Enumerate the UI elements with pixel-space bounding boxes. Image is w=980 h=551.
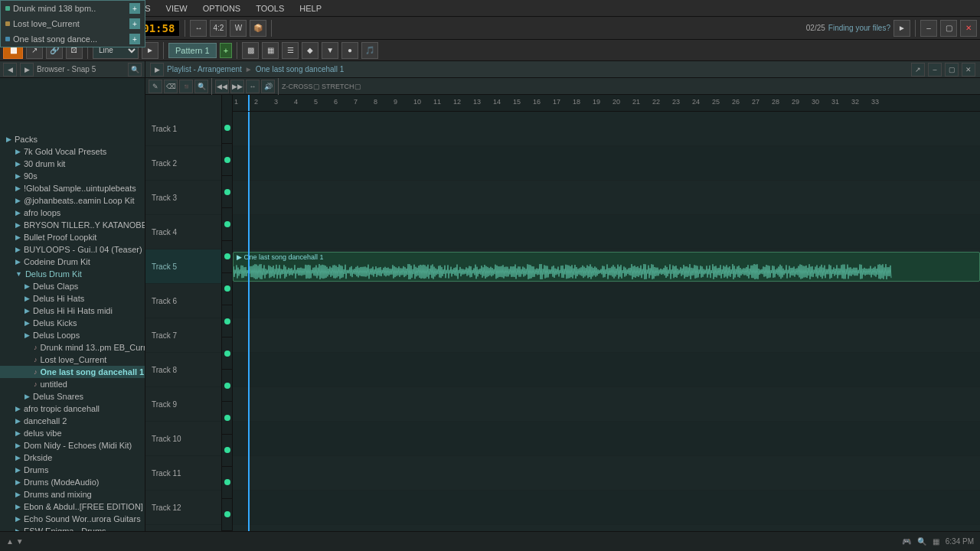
rec-btn2[interactable]: ● xyxy=(341,42,358,59)
tree-item[interactable]: ▶Delus Snares xyxy=(0,390,145,403)
mode-btn1[interactable]: 4:2 xyxy=(210,20,227,37)
playlist-snap-btn[interactable]: ↔ xyxy=(246,80,260,93)
mixer-btn[interactable]: ▦ xyxy=(262,42,279,59)
track-label: Track 10 xyxy=(145,422,221,456)
tree-item[interactable]: ▼Delus Drum Kit xyxy=(0,268,145,280)
playlist-erase-btn[interactable]: ⌫ xyxy=(164,80,178,93)
browser-btn2[interactable]: ☰ xyxy=(282,42,299,59)
playlist-max-btn[interactable]: ▢ xyxy=(945,63,959,77)
find-next-button[interactable]: ► xyxy=(893,20,910,37)
tree-item[interactable]: ▶afro loops xyxy=(0,207,145,219)
tree-item[interactable]: ▶Codeine Drum Kit xyxy=(0,256,145,268)
minimize-button[interactable]: – xyxy=(920,20,937,37)
track-row[interactable] xyxy=(233,318,980,353)
tree-item[interactable]: ▶Delus Kicks xyxy=(0,317,145,329)
tree-item-label: BUYLOOPS - Gui..l 04 (Teaser) xyxy=(24,245,142,254)
track-row[interactable] xyxy=(233,491,980,525)
menu-options[interactable]: OPTIONS xyxy=(200,2,244,15)
tree-item[interactable]: ▶Delus Hi Hats xyxy=(0,292,145,305)
playlist-fwd-btn[interactable]: ▶▶ xyxy=(230,80,244,93)
tree-item[interactable]: ▶BRYSON TILLER..Y KATANOBEAT xyxy=(0,219,145,231)
pattern-selector[interactable]: Pattern 1 xyxy=(168,43,217,58)
snap-button[interactable]: ↔ xyxy=(190,20,207,37)
tree-item[interactable]: ▶Ebon & Abdul..[FREE EDITION] xyxy=(0,500,145,513)
menu-help[interactable]: HELP xyxy=(296,2,325,15)
mode-btn3[interactable]: 📦 xyxy=(250,20,266,37)
tree-item[interactable]: ▶!Global Sample..uintuplebeats xyxy=(0,182,145,194)
track-active-indicator xyxy=(224,511,230,517)
ruler-number: 14 xyxy=(493,98,501,106)
tree-item[interactable]: ▶Delus Claps xyxy=(0,280,145,292)
piano-roll-btn[interactable]: ▩ xyxy=(242,42,259,59)
tree-item-icon: ▶ xyxy=(15,417,21,425)
tree-item-icon: ▶ xyxy=(24,295,30,302)
track-control xyxy=(222,337,232,370)
audio-clip[interactable]: ▶ One last song dancehall 1 xyxy=(233,252,980,282)
browser-fwd-btn[interactable]: ▶ xyxy=(20,63,34,77)
tree-item[interactable]: ▶Delus Loops xyxy=(0,329,145,341)
tree-item[interactable]: ▶Drums xyxy=(0,464,145,476)
menu-view[interactable]: VIEW xyxy=(163,2,191,15)
tree-item[interactable]: ♪One last song dancehall 1 xyxy=(0,366,145,378)
tree-item[interactable]: ♪untitled xyxy=(0,378,145,390)
track-row[interactable] xyxy=(233,353,980,387)
plugin-btn[interactable]: ◆ xyxy=(302,42,318,59)
tree-item[interactable]: ▶7k Gold Vocal Presets xyxy=(0,145,145,158)
tree-item[interactable]: ▶30 drum kit xyxy=(0,158,145,170)
playlist-vol-btn[interactable]: 🔊 xyxy=(261,80,275,93)
secondary-toolbar: ▩ ↗ 🔗 ⛝ Line ► Pattern 1 + ▩ ▦ ☰ ◆ ▼ ● 🎵 xyxy=(0,40,980,61)
timeline-area: 1234567891011121314151617181920212223242… xyxy=(233,95,980,531)
tree-item[interactable]: ▶Delus Hi Hi Hats midi xyxy=(0,305,145,317)
track-label: Track 2 xyxy=(145,146,221,181)
track-row[interactable] xyxy=(233,146,980,181)
mode-btn2[interactable]: W xyxy=(230,20,247,37)
tree-item[interactable]: ▶90s xyxy=(0,170,145,182)
tree-item[interactable]: ▶BUYLOOPS - Gui..l 04 (Teaser) xyxy=(0,243,145,256)
tree-item[interactable]: ▶Drums (ModeAudio) xyxy=(0,476,145,488)
playlist-rewind-btn[interactable]: ◀◀ xyxy=(215,80,229,93)
pattern-add-button[interactable]: + xyxy=(220,43,232,58)
track-row[interactable] xyxy=(233,525,980,531)
tree-item-label: dancehall 2 xyxy=(24,416,67,425)
ruler-number: 7 xyxy=(354,98,358,106)
tree-item[interactable]: ♪Drunk mind 13..pm EB_Current xyxy=(0,341,145,354)
playlist-draw-btn[interactable]: ✎ xyxy=(149,80,162,93)
tree-item[interactable]: ▶delus vibe xyxy=(0,427,145,439)
track-row[interactable]: ▶ One last song dancehall 1 xyxy=(233,249,980,284)
tree-item[interactable]: ▶Echo Sound Wor..urora Guitars xyxy=(0,513,145,525)
tree-item[interactable]: ▶afro tropic dancehall xyxy=(0,403,145,415)
maximize-button[interactable]: ▢ xyxy=(940,20,957,37)
track-row[interactable] xyxy=(233,284,980,318)
playlist-zoom-btn[interactable]: 🔍 xyxy=(194,80,208,93)
browser-search-btn[interactable]: 🔍 xyxy=(128,63,142,77)
menu-tools[interactable]: TOOLS xyxy=(253,2,287,15)
browser-back-btn[interactable]: ◀ xyxy=(3,63,17,77)
playlist-detach-btn[interactable]: ↗ xyxy=(911,63,925,77)
sample-btn[interactable]: ▼ xyxy=(322,42,338,59)
track-row[interactable] xyxy=(233,112,980,146)
tree-item[interactable]: ▶dancehall 2 xyxy=(0,415,145,427)
tree-item-label: Delus Claps xyxy=(33,282,78,291)
tree-item[interactable]: ▶Bullet Proof Loopkit xyxy=(0,231,145,243)
audio-clip-label: ▶ One last song dancehall 1 xyxy=(237,253,324,261)
wav-btn[interactable]: 🎵 xyxy=(361,42,378,59)
playlist-select-btn[interactable]: ◾ xyxy=(179,80,193,93)
ruler-number: 15 xyxy=(513,98,521,106)
tree-item[interactable]: ▶@johanbeats..eamin Loop Kit xyxy=(0,194,145,207)
tree-item-icon: ▶ xyxy=(15,405,21,412)
track-row[interactable] xyxy=(233,456,980,491)
playlist-min-btn[interactable]: – xyxy=(928,63,942,77)
tree-item[interactable]: ▶Dom Nidy - Echoes (Midi Kit) xyxy=(0,439,145,452)
tree-item[interactable]: ▶Drkside xyxy=(0,452,145,464)
track-row[interactable] xyxy=(233,422,980,456)
track-row[interactable] xyxy=(233,215,980,249)
tree-item[interactable]: ▶Drums and mixing xyxy=(0,488,145,500)
tree-item[interactable]: ▶Packs xyxy=(0,133,145,145)
close-button[interactable]: ✕ xyxy=(960,20,977,37)
playlist-close-btn[interactable]: ✕ xyxy=(962,63,975,77)
track-row[interactable] xyxy=(233,387,980,422)
tree-item[interactable]: ▶ESW Enigma - Drums xyxy=(0,525,145,531)
playlist-minimize[interactable]: ▶ xyxy=(150,63,164,77)
tree-item[interactable]: ♪Lost love_Current xyxy=(0,354,145,366)
track-row[interactable] xyxy=(233,181,980,215)
